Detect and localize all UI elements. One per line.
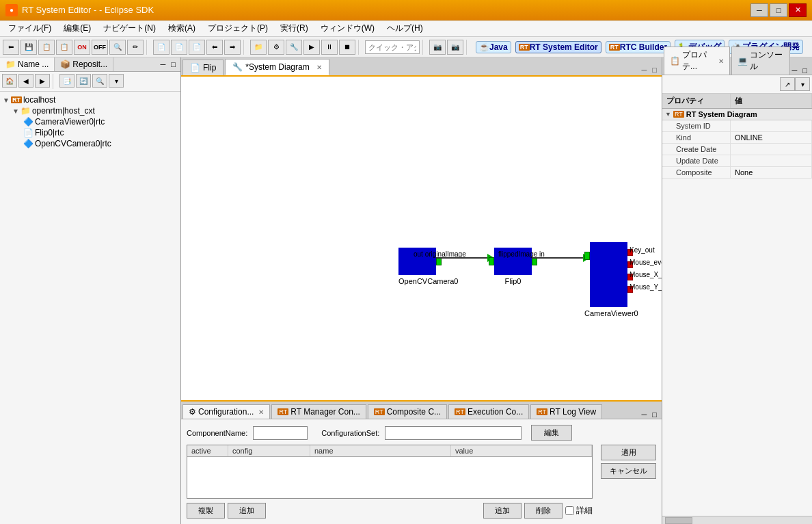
- copy-button[interactable]: 複製: [187, 503, 225, 519]
- left-panel-tabs: 📁 Name ... 📦 Reposit... ─ □: [0, 57, 180, 72]
- rt-icon: RT: [519, 44, 530, 51]
- menu-project[interactable]: プロジェクト(P): [202, 21, 273, 36]
- panel-btn-menu[interactable]: ▾: [109, 74, 124, 88]
- toolbar-btn-3[interactable]: 📋: [38, 40, 55, 55]
- tree-item-cameraviewer[interactable]: 🔷 CameraViewer0|rtc: [3, 116, 178, 127]
- detail-checkbox[interactable]: 詳細: [565, 505, 593, 516]
- toolbar-btn-19[interactable]: ⏹: [339, 40, 355, 55]
- col-header-active: active: [187, 445, 228, 456]
- right-panel-max[interactable]: □: [800, 66, 809, 75]
- port-in-camera[interactable]: [584, 252, 590, 260]
- tab-manager-con[interactable]: RT RT Manager Con...: [271, 404, 366, 419]
- diagram-canvas[interactable]: OpenCVCamera0 out originalImage_ Flip0 f…: [181, 77, 662, 400]
- tab-composite[interactable]: RT Composite C...: [368, 404, 447, 419]
- scroll-thumb[interactable]: [665, 517, 692, 524]
- panel-btn-back[interactable]: ◀: [18, 74, 33, 88]
- toolbar-btn-10[interactable]: 📄: [171, 40, 187, 55]
- close-button[interactable]: ✕: [789, 3, 807, 17]
- toolbar-btn-6[interactable]: OFF: [92, 40, 108, 55]
- col-header-name: name: [310, 445, 451, 456]
- add-button-right[interactable]: 追加: [483, 503, 522, 519]
- port-in-flip[interactable]: [489, 257, 494, 265]
- close-diagram-icon[interactable]: ✕: [316, 64, 322, 71]
- tab-flip[interactable]: 📄 Flip: [182, 60, 224, 75]
- toolbar-btn-21[interactable]: 📷: [447, 40, 463, 55]
- add-button-left[interactable]: 追加: [228, 503, 266, 519]
- toolbar-btn-12[interactable]: ⬅: [206, 40, 223, 55]
- toolbar-btn-15[interactable]: ⚙: [268, 40, 284, 55]
- java-perspective[interactable]: ☕ Java: [476, 41, 511, 53]
- tree-label-opencvcamera: OpenCVCamera0|rtc: [35, 139, 111, 148]
- rt-system-editor-perspective[interactable]: RT RT System Editor: [515, 41, 601, 53]
- toolbar-btn-20[interactable]: 📷: [429, 40, 446, 55]
- tab-repository[interactable]: 📦 Reposit...: [55, 57, 113, 71]
- diagram-max-btn[interactable]: □: [650, 66, 659, 74]
- left-panel-maximize[interactable]: □: [169, 60, 178, 68]
- diagram-min-btn[interactable]: ─: [640, 66, 649, 74]
- bottom-panel-max[interactable]: □: [650, 410, 659, 419]
- tab-name-tree[interactable]: 📁 Name ...: [0, 57, 55, 71]
- config-side-buttons: 適用 キャンセル: [601, 445, 656, 519]
- delete-button[interactable]: 削除: [524, 503, 563, 519]
- menu-run[interactable]: 実行(R): [275, 21, 314, 36]
- toolbar-btn-17[interactable]: ▶: [303, 40, 320, 55]
- props-btn-export[interactable]: ↗: [780, 77, 795, 91]
- menu-window[interactable]: ウィンドウ(W): [315, 21, 380, 36]
- toolbar-btn-14[interactable]: 📁: [250, 40, 267, 55]
- tree-item-host-cxt[interactable]: ▼ 📁 openrtm|host_cxt: [3, 105, 178, 116]
- toolbar-btn-5[interactable]: ON: [74, 40, 90, 55]
- menu-help[interactable]: ヘルプ(H): [381, 21, 429, 36]
- tree-item-localhost[interactable]: ▼ RT localhost: [3, 94, 178, 105]
- toolbar-btn-13[interactable]: ➡: [224, 40, 241, 55]
- panel-btn-forward[interactable]: ▶: [35, 74, 50, 88]
- menu-file[interactable]: ファイル(F): [3, 21, 57, 36]
- panel-btn-collapse[interactable]: 📑: [59, 74, 75, 88]
- component-cameraviewer[interactable]: [590, 242, 627, 307]
- toolbar-btn-16[interactable]: 🔧: [286, 40, 302, 55]
- panel-btn-filter[interactable]: 🔍: [92, 74, 107, 88]
- tab-log[interactable]: RT RT Log View: [530, 404, 602, 419]
- config-set-input[interactable]: [385, 426, 522, 440]
- panel-btn-home[interactable]: 🏠: [2, 74, 17, 88]
- rt-badge-props: RT: [673, 111, 684, 118]
- props-btn-menu[interactable]: ▾: [795, 77, 810, 91]
- bottom-area: ⚙ Configuration... ✕ RT RT Manager Con..…: [181, 400, 662, 524]
- menu-search[interactable]: 検索(A): [163, 21, 201, 36]
- toolbar-btn-4[interactable]: 📋: [56, 40, 72, 55]
- menu-navigate[interactable]: ナビゲート(N): [98, 21, 161, 36]
- tree-item-opencvcamera[interactable]: 🔷 OpenCVCamera0|rtc: [3, 138, 178, 149]
- tab-system-diagram[interactable]: 🔧 *System Diagram ✕: [225, 59, 329, 75]
- right-panel-tabs: 📋 プロパテ... ✕ 💻 コンソール ─ □: [662, 57, 812, 75]
- prop-name-system-id: System ID: [662, 120, 731, 131]
- toolbar-btn-18[interactable]: ⏸: [321, 40, 338, 55]
- toolbar-btn-9[interactable]: 📄: [153, 40, 170, 55]
- toolbar-btn-8[interactable]: ✏: [127, 40, 144, 55]
- toolbar-btn-7[interactable]: 🔍: [109, 40, 126, 55]
- quickaccess-input[interactable]: [365, 40, 420, 54]
- center-area: 📄 Flip 🔧 *System Diagram ✕ ─ □: [181, 57, 662, 400]
- tab-configuration[interactable]: ⚙ Configuration... ✕: [182, 404, 270, 419]
- tab-properties[interactable]: 📋 プロパテ... ✕: [664, 47, 730, 75]
- edit-button[interactable]: 編集: [531, 425, 572, 441]
- maximize-button[interactable]: □: [770, 3, 787, 17]
- apply-button[interactable]: 適用: [601, 445, 656, 460]
- toolbar-btn-11[interactable]: 📄: [189, 40, 205, 55]
- bottom-panel-min[interactable]: ─: [640, 410, 649, 419]
- cancel-button[interactable]: キャンセル: [601, 463, 656, 479]
- component-name-input[interactable]: [253, 426, 308, 440]
- left-panel-minimize[interactable]: ─: [159, 60, 168, 68]
- toolbar-btn-1[interactable]: ⬅: [3, 40, 19, 55]
- props-tab-close[interactable]: ✕: [718, 57, 724, 65]
- toolbar-btn-2[interactable]: 💾: [21, 40, 37, 55]
- detail-check-input[interactable]: [565, 506, 574, 515]
- config-tab-close[interactable]: ✕: [258, 408, 264, 416]
- tab-execution[interactable]: RT Execution Co...: [448, 404, 529, 419]
- panel-btn-refresh[interactable]: 🔄: [76, 74, 91, 88]
- menu-edit[interactable]: 編集(E): [58, 21, 96, 36]
- right-panel-min[interactable]: ─: [790, 66, 800, 75]
- tree-item-flip[interactable]: 📄 Flip0|rtc: [3, 127, 178, 138]
- tab-console[interactable]: 💻 コンソール: [731, 47, 790, 75]
- minimize-button[interactable]: ─: [750, 3, 768, 17]
- rtc-builder-perspective[interactable]: RT RTC Builder: [606, 41, 671, 53]
- props-scrollbar[interactable]: [662, 516, 812, 524]
